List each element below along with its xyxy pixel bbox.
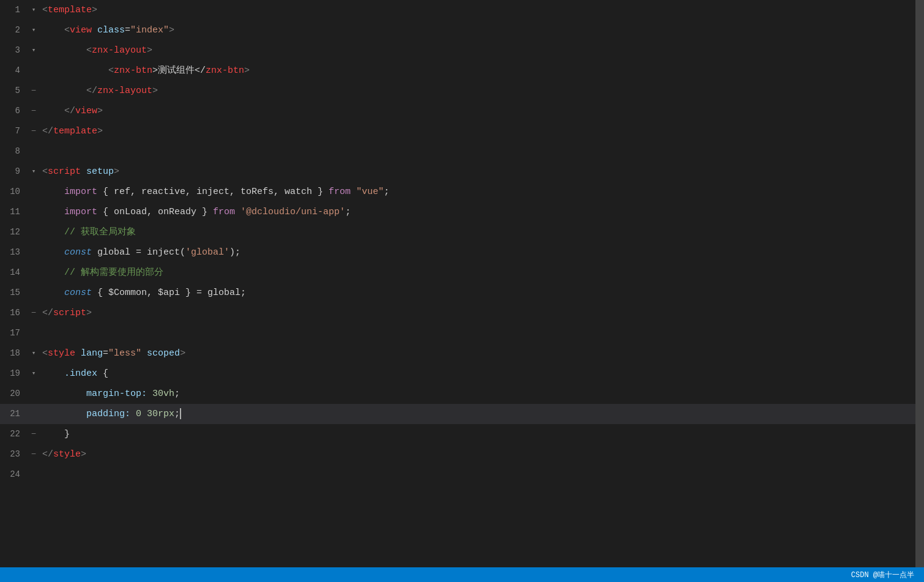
token: [141, 348, 147, 359]
token: [81, 166, 86, 177]
line-number: 15: [0, 283, 28, 303]
token: scoped: [147, 348, 180, 359]
fold-gutter: [28, 182, 40, 202]
token: const: [64, 288, 92, 298]
token: [235, 207, 240, 217]
line-number: 6: [0, 101, 28, 121]
line-number: 1: [0, 0, 28, 20]
code-content: </style>: [40, 444, 924, 464]
token: <: [42, 25, 70, 35]
code-line: 24: [0, 464, 924, 485]
status-bar: CSDN @喵十一点半: [0, 567, 924, 582]
token: >: [169, 25, 174, 35]
fold-gutter: [28, 464, 40, 485]
line-number: 20: [0, 384, 28, 404]
token: from: [213, 207, 235, 217]
token: // 获取全局对象: [42, 227, 136, 237]
token: >: [152, 86, 158, 96]
code-line: 16─</script>: [0, 303, 924, 323]
fold-gutter: [28, 202, 40, 222]
fold-gutter[interactable]: ─: [28, 303, 40, 323]
token: <: [42, 348, 48, 359]
code-line: 3▾ <znx-layout>: [0, 40, 924, 61]
token: >: [97, 106, 103, 116]
line-number: 19: [0, 364, 28, 384]
fold-gutter[interactable]: ─: [28, 81, 40, 101]
token: <: [42, 65, 114, 76]
fold-gutter: [28, 222, 40, 242]
token: >: [86, 308, 92, 318]
code-line: 11 import { onLoad, onReady } from '@dcl…: [0, 202, 924, 222]
line-number: 2: [0, 20, 28, 40]
editor-container: 1▾<template>2▾ <view class="index">3▾ <z…: [0, 0, 924, 582]
line-number: 9: [0, 162, 28, 182]
token: znx-btn: [206, 65, 244, 76]
code-line: 12 // 获取全局对象: [0, 222, 924, 242]
token: // 解构需要使用的部分: [42, 267, 163, 278]
fold-gutter: [28, 141, 40, 162]
fold-gutter[interactable]: ─: [28, 444, 40, 464]
line-number: 8: [0, 141, 28, 162]
token: <: [42, 45, 92, 56]
token: znx-layout: [97, 86, 152, 96]
token: { $Common, $api } = global;: [92, 288, 246, 298]
line-number: 14: [0, 263, 28, 283]
code-content: <style lang="less" scoped>: [40, 343, 924, 364]
scrollbar-thumb[interactable]: [915, 0, 924, 567]
code-content: // 获取全局对象: [40, 222, 924, 242]
code-content: </script>: [40, 303, 924, 323]
token: >: [114, 166, 119, 177]
token: padding:: [42, 409, 136, 419]
token: <: [42, 166, 48, 177]
token: "vue": [356, 187, 384, 197]
token: [42, 187, 64, 197]
token: );: [229, 247, 240, 258]
fold-gutter[interactable]: ─: [28, 424, 40, 444]
token: class: [97, 25, 125, 35]
token: >: [244, 65, 250, 76]
token: script: [48, 166, 81, 177]
token: [42, 247, 64, 258]
code-line: 4 <znx-btn>测试组件</znx-btn>: [0, 61, 924, 81]
fold-gutter[interactable]: ─: [28, 101, 40, 121]
code-line: 21 padding: 0 30rpx;: [0, 404, 924, 424]
token: { ref, reactive, inject, toRefs, watch }: [97, 187, 329, 197]
fold-gutter[interactable]: ─: [28, 121, 40, 141]
line-number: 3: [0, 40, 28, 61]
code-line: 2▾ <view class="index">: [0, 20, 924, 40]
code-content: </template>: [40, 121, 924, 141]
token: [42, 288, 64, 298]
token: 0 30rpx: [136, 409, 174, 419]
code-content: const global = inject('global');: [40, 242, 924, 263]
fold-gutter[interactable]: ▾: [28, 0, 40, 20]
token: global = inject(: [92, 247, 185, 258]
token: =: [103, 348, 108, 359]
token: view: [70, 25, 92, 35]
token: margin-top:: [42, 389, 152, 399]
line-number: 22: [0, 424, 28, 444]
line-number: 16: [0, 303, 28, 323]
token: .index: [64, 368, 97, 379]
token: >: [97, 126, 103, 136]
line-number: 17: [0, 323, 28, 343]
token: setup: [86, 166, 114, 177]
fold-gutter[interactable]: ▾: [28, 40, 40, 61]
line-number: 7: [0, 121, 28, 141]
token: >: [92, 5, 97, 15]
code-line: 15 const { $Common, $api } = global;: [0, 283, 924, 303]
code-line: 22─ }: [0, 424, 924, 444]
scrollbar-track[interactable]: [915, 0, 924, 567]
fold-gutter[interactable]: ▾: [28, 343, 40, 364]
token: >: [81, 449, 86, 460]
fold-gutter: [28, 263, 40, 283]
fold-gutter[interactable]: ▾: [28, 162, 40, 182]
fold-gutter[interactable]: ▾: [28, 20, 40, 40]
fold-gutter: [28, 242, 40, 263]
code-content: </view>: [40, 101, 924, 121]
code-content: <template>: [40, 0, 924, 20]
token: { onLoad, onReady }: [97, 207, 213, 217]
line-number: 12: [0, 222, 28, 242]
code-content: .index {: [40, 364, 924, 384]
fold-gutter[interactable]: ▾: [28, 364, 40, 384]
token: import: [64, 187, 97, 197]
